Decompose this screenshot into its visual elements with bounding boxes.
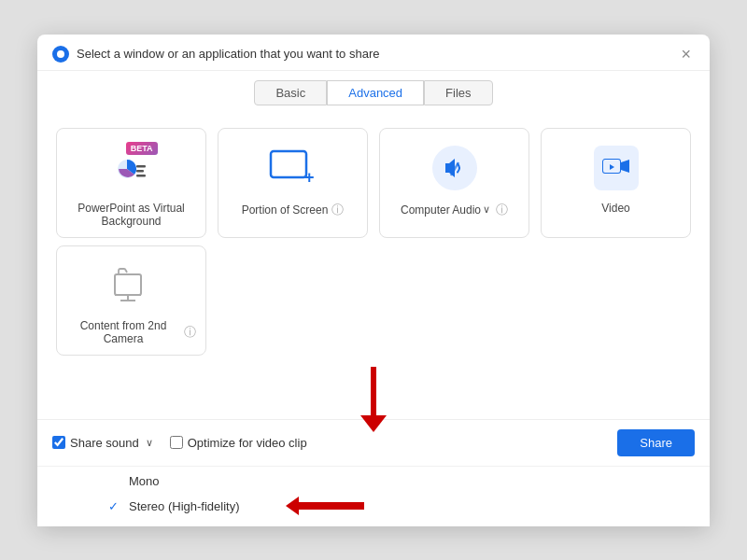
optimize-video-label: Optimize for video clip [188, 436, 307, 450]
video-svg [602, 158, 630, 178]
tab-advanced[interactable]: Advanced [327, 80, 424, 105]
empty-cell-1 [218, 245, 368, 356]
share-item-camera[interactable]: Content from 2nd Camera ⓘ [56, 245, 206, 356]
audio-icon-wrap [432, 146, 477, 190]
svg-marker-6 [445, 159, 455, 177]
arrow-shaft [371, 367, 376, 415]
svg-rect-1 [136, 165, 146, 168]
close-button[interactable]: × [677, 46, 695, 63]
computer-audio-info-icon[interactable]: ⓘ [496, 202, 508, 218]
portion-screen-label-row: Portion of Screen ⓘ [242, 202, 345, 218]
share-item-computer-audio[interactable]: Computer Audio ∨ ⓘ [379, 128, 529, 238]
camera-icon [106, 259, 158, 312]
svg-rect-12 [115, 274, 141, 295]
camera-svg [111, 265, 152, 306]
svg-rect-4 [271, 151, 306, 177]
portion-screen-icon-wrap: + [267, 142, 319, 194]
portion-screen-label: Portion of Screen [242, 203, 329, 217]
video-icon [590, 142, 642, 194]
computer-audio-label: Computer Audio [401, 203, 481, 217]
share-sound-label: Share sound [70, 436, 139, 450]
svg-marker-10 [621, 160, 629, 173]
share-button[interactable]: Share [617, 429, 695, 456]
svg-rect-3 [136, 175, 146, 177]
empty-cell-3 [541, 245, 691, 356]
stereo-check: ✓ [108, 499, 121, 513]
audio-svg [442, 155, 468, 181]
svg-rect-2 [136, 170, 144, 173]
arrow-head [360, 415, 387, 432]
title-row: Select a window or an application that y… [52, 46, 379, 63]
video-icon-wrap [594, 146, 639, 190]
svg-text:+: + [304, 168, 315, 187]
camera-icon-wrap [109, 263, 154, 308]
share-sound-dropdown-arrow[interactable]: ∨ [146, 437, 153, 449]
beta-badge: BETA [126, 142, 158, 155]
stereo-label: Stereo (High-fidelity) [129, 499, 240, 513]
share-sound-checkbox-label[interactable]: Share sound ∨ [52, 436, 155, 450]
optimize-video-checkbox-label[interactable]: Optimize for video clip [170, 436, 307, 450]
tab-basic[interactable]: Basic [254, 80, 327, 105]
dialog-header: Select a window or an application that y… [37, 35, 710, 71]
portion-screen-info-icon[interactable]: ⓘ [331, 202, 344, 218]
zoom-logo-icon [52, 46, 69, 63]
powerpoint-label: PowerPoint as Virtual Background [66, 202, 196, 228]
red-arrow-left-head [286, 497, 299, 515]
dropdown-item-mono[interactable]: ✓ Mono [93, 469, 175, 494]
share-item-portion-screen[interactable]: + Portion of Screen ⓘ [218, 128, 368, 238]
computer-audio-icon [429, 142, 481, 194]
video-label: Video [601, 202, 629, 215]
dialog-title: Select a window or an application that y… [77, 47, 379, 61]
share-sound-checkbox[interactable] [52, 436, 65, 449]
tabs-row: Basic Advanced Files [37, 71, 710, 113]
share-items-grid: BETA PowerPoint as Virtual Background + … [37, 113, 710, 245]
share-item-powerpoint[interactable]: BETA PowerPoint as Virtual Background [56, 128, 206, 238]
camera-label-row: Content from 2nd Camera ⓘ [66, 319, 196, 345]
portion-svg: + [269, 149, 317, 187]
camera-label: Content from 2nd Camera [66, 319, 180, 345]
camera-info-icon[interactable]: ⓘ [184, 324, 196, 341]
optimize-video-checkbox[interactable] [170, 436, 183, 449]
red-arrow-down [360, 367, 387, 432]
red-arrow-left-shaft [299, 502, 364, 510]
dropdown-item-stereo[interactable]: ✓ Stereo (High-fidelity) [93, 494, 255, 519]
annotation-area [37, 363, 710, 419]
portion-screen-icon: + [267, 142, 319, 194]
dropdown-container: ✓ Mono ✓ Stereo (High-fidelity) [37, 466, 710, 526]
footer-left: Share sound ∨ Optimize for video clip [52, 436, 307, 450]
share-items-row2: Content from 2nd Camera ⓘ [37, 245, 710, 363]
powerpoint-icon: BETA [106, 142, 158, 194]
ppt-bg: BETA [111, 147, 152, 189]
mono-label: Mono [129, 474, 160, 488]
share-dialog: Select a window or an application that y… [37, 35, 710, 526]
computer-audio-dropdown-arrow[interactable]: ∨ [483, 203, 490, 216]
empty-cell-2 [379, 245, 529, 356]
red-arrow-left [299, 502, 364, 510]
computer-audio-label-row: Computer Audio ∨ ⓘ [401, 202, 508, 218]
tab-files[interactable]: Files [424, 80, 492, 105]
dropdown-menu-area: ✓ Mono ✓ Stereo (High-fidelity) [37, 466, 710, 526]
ppt-svg [114, 150, 149, 186]
share-item-video[interactable]: Video [541, 128, 691, 238]
